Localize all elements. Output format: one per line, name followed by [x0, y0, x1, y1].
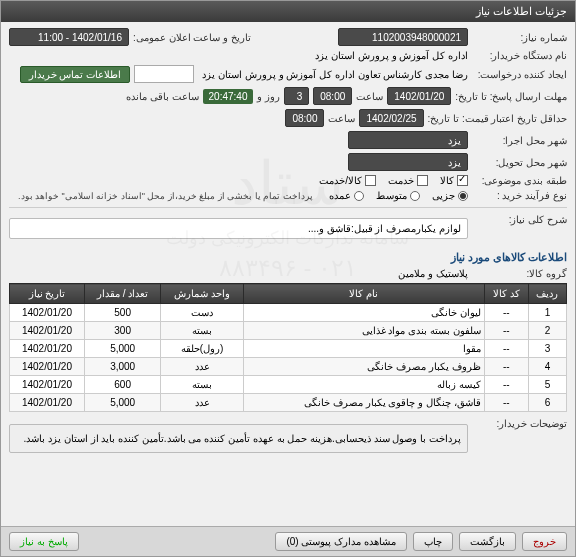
need-no-value: 1102003948000021 — [338, 28, 468, 46]
print-button[interactable]: چاپ — [413, 532, 453, 551]
remaining-label-2: ساعت باقی مانده — [126, 91, 199, 102]
process-medium-radio[interactable]: متوسط — [376, 190, 420, 201]
deadline-label: مهلت ارسال پاسخ: تا تاریخ: — [455, 91, 567, 102]
exec-city-value: یزد — [348, 131, 468, 149]
table-cell: 1402/01/20 — [10, 322, 85, 340]
table-cell: (رول)حلقه — [161, 340, 243, 358]
table-cell: 6 — [528, 394, 566, 412]
deadline-date: 1402/01/20 — [387, 87, 451, 105]
buyer-label: نام دستگاه خریدار: — [472, 50, 567, 61]
deliv-city-value: یزد — [348, 153, 468, 171]
table-cell: سلفون بسته بندی مواد غذایی — [243, 322, 484, 340]
window-title: جزئیات اطلاعات نیاز — [476, 5, 567, 17]
exit-button[interactable]: خروج — [522, 532, 567, 551]
validity-label: حداقل تاریخ اعتبار قیمت: تا تاریخ: — [428, 113, 567, 124]
check-icon — [457, 175, 468, 186]
table-cell: 1402/01/20 — [10, 376, 85, 394]
table-row[interactable]: 5--کیسه زبالهبسته6001402/01/20 — [10, 376, 567, 394]
col-date[interactable]: تاریخ نیاز — [10, 284, 85, 304]
checkbox-icon — [365, 175, 376, 186]
table-header-row: ردیف کد کالا نام کالا واحد شمارش تعداد /… — [10, 284, 567, 304]
col-code[interactable]: کد کالا — [484, 284, 528, 304]
buyer-notes-box: پرداخت با وصول سند ذیحسابی.هزینه حمل به … — [9, 424, 468, 453]
table-cell: 5 — [528, 376, 566, 394]
table-row[interactable]: 6--قاشق، چنگال و چاقوی یکبار مصرف خانگیع… — [10, 394, 567, 412]
buyer-notes-label: توضیحات خریدار: — [472, 418, 567, 429]
table-cell: کیسه زباله — [243, 376, 484, 394]
table-cell: 1402/01/20 — [10, 394, 85, 412]
table-cell: 5,000 — [84, 394, 161, 412]
col-unit[interactable]: واحد شمارش — [161, 284, 243, 304]
table-cell: عدد — [161, 358, 243, 376]
table-row[interactable]: 3--مقوا(رول)حلقه5,0001402/01/20 — [10, 340, 567, 358]
payment-note: پرداخت تمام یا بخشی از مبلغ خرید،از محل … — [18, 191, 313, 201]
table-cell: عدد — [161, 394, 243, 412]
table-cell: قاشق، چنگال و چاقوی یکبار مصرف خانگی — [243, 394, 484, 412]
requester-extra-input[interactable] — [134, 65, 194, 83]
table-cell: 2 — [528, 322, 566, 340]
category-radio-group: کالا خدمت کالا/خدمت — [319, 175, 468, 186]
col-qty[interactable]: تعداد / مقدار — [84, 284, 161, 304]
group-value: پلاستیک و ملامین — [398, 268, 468, 279]
table-row[interactable]: 4--ظروف یکبار مصرف خانگیعدد3,0001402/01/… — [10, 358, 567, 376]
general-desc-label: شرح کلی نیاز: — [472, 214, 567, 225]
table-cell: 5,000 — [84, 340, 161, 358]
table-cell: -- — [484, 394, 528, 412]
table-cell: -- — [484, 304, 528, 322]
need-no-label: شماره نیاز: — [472, 32, 567, 43]
items-table: ردیف کد کالا نام کالا واحد شمارش تعداد /… — [9, 283, 567, 412]
category-service-radio[interactable]: خدمت — [388, 175, 428, 186]
table-row[interactable]: 1--لیوان خانگیدست5001402/01/20 — [10, 304, 567, 322]
validity-date: 1402/02/25 — [359, 109, 423, 127]
table-cell: لیوان خانگی — [243, 304, 484, 322]
days-left: 3 — [284, 87, 309, 105]
process-label: نوع فرآیند خرید : — [472, 190, 567, 201]
process-large-radio[interactable]: عمده — [329, 190, 364, 201]
table-cell: 3 — [528, 340, 566, 358]
process-small-radio[interactable]: جزیی — [432, 190, 468, 201]
requester-label: ایجاد کننده درخواست: — [472, 69, 567, 80]
remaining-label-1: روز و — [257, 91, 280, 102]
process-radio-group: جزیی متوسط عمده — [329, 190, 468, 201]
announce-value: 1402/01/16 - 11:00 — [9, 28, 129, 46]
divider — [9, 207, 567, 208]
validity-time: 08:00 — [285, 109, 324, 127]
countdown-timer: 20:47:40 — [203, 89, 254, 104]
radio-icon — [354, 191, 364, 201]
attachments-button[interactable]: مشاهده مدارک پیوستی (0) — [275, 532, 407, 551]
col-name[interactable]: نام کالا — [243, 284, 484, 304]
time-label-2: ساعت — [328, 113, 355, 124]
titlebar: جزئیات اطلاعات نیاز — [1, 1, 575, 22]
table-cell: ظروف یکبار مصرف خانگی — [243, 358, 484, 376]
table-cell: -- — [484, 340, 528, 358]
table-cell: 1402/01/20 — [10, 358, 85, 376]
table-cell: بسته — [161, 322, 243, 340]
table-cell: 3,000 — [84, 358, 161, 376]
table-cell: 1402/01/20 — [10, 304, 85, 322]
content-area[interactable]: ستاد سامانه تدارکات الکترونیکی دولت ۰۲۱ … — [1, 22, 575, 526]
table-row[interactable]: 2--سلفون بسته بندی مواد غذاییبسته3001402… — [10, 322, 567, 340]
time-label-1: ساعت — [356, 91, 383, 102]
checkbox-icon — [417, 175, 428, 186]
table-cell: 4 — [528, 358, 566, 376]
requester-value: رضا مجدی کارشناس تعاون اداره کل آموزش و … — [202, 69, 468, 80]
category-goods-radio[interactable]: کالا — [440, 175, 468, 186]
table-cell: -- — [484, 322, 528, 340]
back-button[interactable]: بازگشت — [459, 532, 516, 551]
col-row[interactable]: ردیف — [528, 284, 566, 304]
deliv-city-label: شهر محل تحویل: — [472, 157, 567, 168]
footer-toolbar: خروج بازگشت چاپ مشاهده مدارک پیوستی (0) … — [1, 526, 575, 556]
table-cell: 600 — [84, 376, 161, 394]
category-both-radio[interactable]: کالا/خدمت — [319, 175, 376, 186]
radio-icon — [458, 191, 468, 201]
table-cell: 1402/01/20 — [10, 340, 85, 358]
reply-button[interactable]: پاسخ به نیاز — [9, 532, 79, 551]
table-cell: 300 — [84, 322, 161, 340]
announce-label: تاریخ و ساعت اعلان عمومی: — [133, 32, 251, 43]
deadline-time: 08:00 — [313, 87, 352, 105]
items-section-title: اطلاعات کالاهای مورد نیاز — [9, 251, 567, 264]
general-desc-box: لوازم یکبارمصرف از قبیل:قاشق و.... — [9, 218, 468, 239]
table-cell: 1 — [528, 304, 566, 322]
contact-info-button[interactable]: اطلاعات تماس خریدار — [20, 66, 131, 83]
radio-icon — [410, 191, 420, 201]
